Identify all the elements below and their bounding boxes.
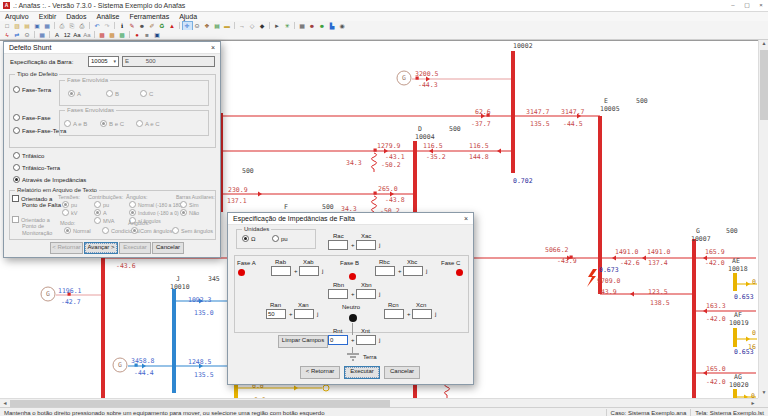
radio-contrib-a[interactable]: A — [94, 209, 107, 216]
print-icon[interactable]: ⎙ — [78, 22, 87, 30]
radio-contrib-mva[interactable]: MVA — [94, 217, 115, 224]
warning-icon[interactable]: ▲ — [168, 22, 177, 30]
scroll-down-icon[interactable]: ▼ — [759, 389, 768, 395]
executar-button[interactable]: Executar — [119, 242, 151, 254]
radio-fases-bc[interactable]: B e C — [100, 120, 124, 127]
copy-icon[interactable]: ⎘ — [68, 22, 77, 30]
close-icon[interactable]: × — [459, 215, 473, 222]
area-green-icon[interactable]: ▩ — [118, 31, 127, 39]
menu-ferramentas[interactable]: Ferramentas — [124, 13, 174, 20]
close-icon[interactable]: × — [206, 44, 220, 51]
font-icon[interactable]: A — [53, 31, 62, 39]
area-red-icon[interactable]: ▩ — [98, 31, 107, 39]
bus-j[interactable] — [172, 289, 176, 393]
radio-tensoes-pu[interactable]: pu — [62, 201, 77, 208]
user-add-icon[interactable]: ☻ — [318, 22, 327, 30]
monitor-icon[interactable]: ▣ — [153, 31, 162, 39]
horizontal-scroll-thumb[interactable] — [10, 400, 390, 407]
bus-g[interactable] — [692, 239, 696, 399]
rcn-input[interactable] — [384, 309, 404, 319]
new-file-icon[interactable]: □ — [3, 22, 12, 30]
layers-icon[interactable]: ▤ — [213, 22, 222, 30]
redo-icon[interactable]: ↷ — [103, 22, 112, 30]
menu-arquivo[interactable]: Arquivo — [0, 13, 34, 20]
zoom-icon[interactable]: ⊙ — [193, 22, 202, 30]
report-icon[interactable]: ⎙ — [58, 22, 67, 30]
radio-fase-terra[interactable]: Fase-Terra — [13, 86, 51, 93]
bus-b[interactable] — [511, 51, 515, 173]
flow-arrow-icon[interactable]: → — [238, 22, 247, 30]
radio-trifasico[interactable]: Trifásico — [13, 152, 44, 159]
radio-angulos-normal[interactable]: Normal (-180 a 180) — [129, 201, 183, 208]
save-all-icon[interactable]: ▦ — [43, 22, 52, 30]
screen-icon[interactable]: ▦ — [38, 31, 47, 39]
user-remove-icon[interactable]: ☻ — [308, 22, 317, 30]
menu-dados[interactable]: Dados — [61, 13, 91, 20]
scroll-up-icon[interactable]: ▲ — [759, 40, 768, 46]
radio-fase-b[interactable]: B — [106, 90, 119, 97]
limpar-campos-button[interactable]: Limpar Campos — [278, 335, 328, 348]
font-decrease-icon[interactable]: Aa — [83, 31, 92, 39]
menu-analise[interactable]: Análise — [91, 13, 124, 20]
undo-icon[interactable]: ↶ — [93, 22, 102, 30]
ruler-icon[interactable]: ▬ — [223, 22, 232, 30]
radio-barras-sim[interactable]: Sim — [180, 201, 198, 208]
pointer-icon[interactable]: ► — [273, 22, 282, 30]
move-icon[interactable]: ✛ — [183, 22, 192, 30]
exit-icon[interactable]: ◉ — [338, 22, 347, 30]
radio-fase-a[interactable]: A — [68, 90, 81, 97]
radio-trifasico-terra[interactable]: Trifásico-Terra — [13, 164, 60, 171]
edit-icon[interactable]: ✎ — [128, 22, 137, 30]
maximize-icon[interactable]: ▢ — [740, 0, 754, 11]
rbn-input[interactable] — [328, 289, 348, 299]
red-dot-icon[interactable]: ● — [133, 31, 142, 39]
bus-name-combobox[interactable]: E 500 — [122, 56, 215, 67]
xbc-input[interactable] — [403, 266, 423, 276]
breaker-closed-icon[interactable]: ◆ — [258, 22, 267, 30]
breaker-open-icon[interactable]: ◇ — [248, 22, 257, 30]
bus-lv[interactable] — [234, 383, 238, 399]
checkbox-orientado-falta[interactable]: Orientado a — [12, 195, 52, 202]
radio-sem-angulos[interactable]: Sem ângulos — [172, 227, 213, 234]
search-icon[interactable]: ⊙ — [23, 31, 32, 39]
radio-fases-ab[interactable]: A e B — [64, 120, 87, 127]
radio-com-angulos[interactable]: Com ângulos — [131, 227, 172, 234]
info-icon[interactable]: ℹ — [118, 22, 127, 30]
load-symbol[interactable] — [323, 385, 329, 391]
radio-contrib-pu[interactable]: pu — [94, 201, 109, 208]
xab-input[interactable] — [299, 266, 319, 276]
rbc-input[interactable] — [375, 266, 395, 276]
checkbox-orientado-monitoracao[interactable]: Orientado a — [12, 216, 50, 223]
radio-ohm[interactable]: Ω — [242, 235, 256, 242]
star-icon[interactable]: ✳ — [283, 22, 292, 30]
rac-input[interactable] — [328, 240, 348, 250]
bus-number-combobox[interactable]: 10005 ▾ — [88, 56, 119, 67]
executar-button[interactable]: Executar — [344, 366, 380, 379]
impedancias-dialog-titlebar[interactable]: Especificação de Impedâncias de Falta × — [228, 213, 473, 225]
xcn-input[interactable] — [412, 309, 432, 319]
avancar-button[interactable]: Avançar > — [84, 242, 118, 254]
radio-atraves-impedancias[interactable]: Através de Impedâncias — [13, 176, 86, 183]
radio-pu[interactable]: pu — [272, 235, 288, 242]
draw-icon[interactable]: ✐ — [148, 22, 157, 30]
fault-icon[interactable]: ϟ — [3, 31, 12, 39]
radio-tensoes-kv[interactable]: kV — [62, 209, 77, 216]
minimize-icon[interactable]: – — [726, 0, 740, 11]
xnt-input[interactable] — [356, 335, 376, 345]
font-size-icon[interactable]: 12 — [63, 31, 72, 39]
cancelar-button[interactable]: Cancelar — [384, 366, 420, 379]
menu-exibir[interactable]: Exibir — [34, 13, 62, 20]
xbn-input[interactable] — [356, 289, 376, 299]
save-icon[interactable]: ▣ — [33, 22, 42, 30]
radio-fase-fase[interactable]: Fase-Fase — [13, 114, 51, 121]
user-icon[interactable]: ☻ — [138, 22, 147, 30]
rab-input[interactable] — [271, 266, 291, 276]
shunt-reactor[interactable] — [372, 153, 377, 172]
radio-modo-normal[interactable]: Normal — [64, 227, 91, 234]
title-bar[interactable]: A .: Anafas :. - Versão 7.3.0 - Sistema … — [0, 0, 768, 12]
refresh-icon[interactable]: ♻ — [158, 22, 167, 30]
area-orange-icon[interactable]: ▩ — [108, 31, 117, 39]
scroll-left-icon[interactable]: ◄ — [0, 400, 10, 406]
radio-barras-nao[interactable]: Não — [180, 209, 199, 216]
vertical-scroll-thumb[interactable] — [760, 50, 768, 120]
